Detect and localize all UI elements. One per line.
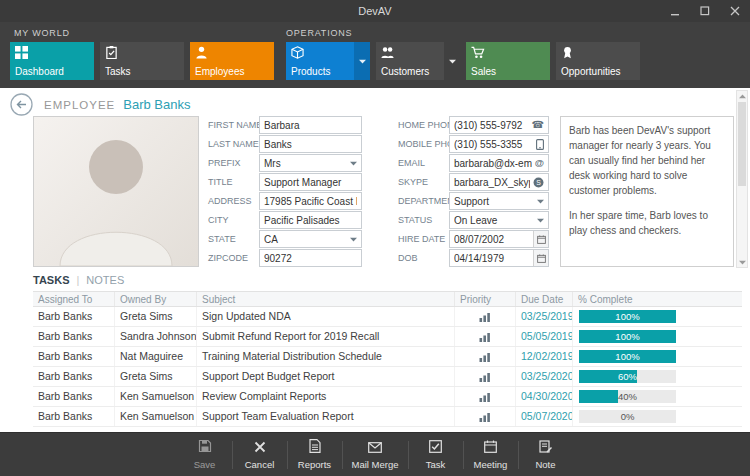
tile-products[interactable]: Products xyxy=(286,42,370,80)
table-row[interactable]: Barb Banks Nat Maguiree Training Materia… xyxy=(33,347,742,367)
email-field[interactable]: @ xyxy=(449,154,549,172)
save-button[interactable]: Save xyxy=(178,433,232,476)
chevron-down-icon[interactable] xyxy=(350,237,357,242)
tile-opportunities[interactable]: Opportunities xyxy=(556,42,640,80)
column-header-subject[interactable]: Subject xyxy=(197,292,455,306)
table-row[interactable]: Barb Banks Greta Sims Sign Updated NDA 0… xyxy=(33,307,742,327)
table-row[interactable]: Barb Banks Ken Samuelson Review Complain… xyxy=(33,387,742,407)
column-header-assigned-to[interactable]: Assigned To xyxy=(33,292,115,306)
note-button[interactable]: Note xyxy=(519,433,573,476)
prefix-input[interactable] xyxy=(264,155,348,171)
scroll-down-icon[interactable] xyxy=(737,257,747,267)
products-dropdown-button[interactable] xyxy=(354,42,370,80)
tile-dashboard[interactable]: Dashboard xyxy=(10,42,94,80)
vertical-scrollbar[interactable] xyxy=(736,90,748,268)
home-phone-input[interactable] xyxy=(454,117,529,133)
chevron-down-icon[interactable] xyxy=(537,199,544,204)
address-input[interactable] xyxy=(264,193,357,209)
cell-subject: Support Dept Budget Report xyxy=(197,367,455,386)
hire-date-input[interactable] xyxy=(454,231,530,247)
task-button[interactable]: Task xyxy=(409,433,463,476)
table-row[interactable]: Barb Banks Sandra Johnson Submit Refund … xyxy=(33,327,742,347)
footer-toolbar: Save Cancel Reports Mail Merge Task xyxy=(0,432,750,476)
table-row[interactable]: Barb Banks Greta Sims Support Dept Budge… xyxy=(33,367,742,387)
progress-bar: 100% xyxy=(579,330,676,343)
section-label: EMPLOYEE xyxy=(44,99,115,111)
scrollbar-thumb[interactable] xyxy=(738,102,746,186)
hire-date-field[interactable] xyxy=(449,230,549,248)
last-name-field[interactable] xyxy=(259,135,362,153)
tasks-icon xyxy=(105,46,118,59)
customers-dropdown-button[interactable] xyxy=(444,42,460,80)
cell-due-date: 03/25/2019 xyxy=(516,307,573,326)
group-label-my-world: MY WORLD xyxy=(14,28,70,38)
department-input[interactable] xyxy=(454,193,535,209)
close-button[interactable] xyxy=(720,0,750,22)
field-label-zipcode: ZIPCODE xyxy=(208,249,248,267)
tasks-table: Assigned To Owned By Subject Priority Du… xyxy=(33,291,742,427)
skype-icon: S xyxy=(533,177,544,188)
cell-percent-complete: 0% xyxy=(573,407,742,426)
column-header-due-date[interactable]: Due Date xyxy=(516,292,573,306)
status-field[interactable] xyxy=(449,211,549,229)
zipcode-input[interactable] xyxy=(264,250,357,266)
city-field[interactable] xyxy=(259,211,362,229)
column-header-owned-by[interactable]: Owned By xyxy=(115,292,197,306)
state-field[interactable] xyxy=(259,230,362,248)
tile-tasks[interactable]: Tasks xyxy=(100,42,184,80)
field-label-state: STATE xyxy=(208,230,236,248)
tile-customers[interactable]: Customers xyxy=(376,42,460,80)
mail-merge-button[interactable]: Mail Merge xyxy=(343,433,408,476)
first-name-field[interactable] xyxy=(259,116,362,134)
table-row[interactable]: Barb Banks Ken Samuelson Support Team Ev… xyxy=(33,407,742,427)
field-label-address: ADDRESS xyxy=(208,192,252,210)
tile-label: Sales xyxy=(471,66,496,77)
tab-tasks[interactable]: TASKS xyxy=(33,274,69,286)
tile-sales[interactable]: Sales xyxy=(466,42,550,80)
products-icon xyxy=(291,46,304,59)
home-phone-field[interactable]: ☎ xyxy=(449,116,549,134)
mobile-phone-input[interactable] xyxy=(454,136,533,152)
mobile-phone-field[interactable] xyxy=(449,135,549,153)
dob-picker-button[interactable] xyxy=(533,250,548,266)
notes-paragraph: Barb has been DevAV's support manager fo… xyxy=(569,123,725,198)
tile-employees[interactable]: Employees xyxy=(190,42,274,80)
skype-field[interactable]: S xyxy=(449,173,549,191)
minimize-button[interactable] xyxy=(660,0,690,22)
hire-date-picker-button[interactable] xyxy=(533,231,548,247)
address-field[interactable] xyxy=(259,192,362,210)
column-header-priority[interactable]: Priority xyxy=(455,292,516,306)
skype-input[interactable] xyxy=(454,174,530,190)
maximize-button[interactable] xyxy=(690,0,720,22)
first-name-input[interactable] xyxy=(264,117,357,133)
employee-notes-panel[interactable]: Barb has been DevAV's support manager fo… xyxy=(560,116,734,267)
column-header-percent-complete[interactable]: % Complete xyxy=(573,292,742,306)
chevron-down-icon[interactable] xyxy=(350,161,357,166)
prefix-field[interactable] xyxy=(259,154,362,172)
last-name-input[interactable] xyxy=(264,136,357,152)
title-input[interactable] xyxy=(264,174,357,190)
dob-field[interactable] xyxy=(449,249,549,267)
title-field[interactable] xyxy=(259,173,362,191)
priority-bars-icon xyxy=(455,327,516,346)
department-field[interactable] xyxy=(449,192,549,210)
cancel-button[interactable]: Cancel xyxy=(233,433,287,476)
field-label-skype: SKYPE xyxy=(398,173,428,191)
city-input[interactable] xyxy=(264,212,357,228)
field-label-first-name: FIRST NAME xyxy=(208,116,262,134)
status-input[interactable] xyxy=(454,212,535,228)
detail-title: EMPLOYEE Barb Banks xyxy=(44,97,190,112)
field-label-email: EMAIL xyxy=(398,154,425,172)
zipcode-field[interactable] xyxy=(259,249,362,267)
email-input[interactable] xyxy=(454,155,532,171)
meeting-button[interactable]: Meeting xyxy=(464,433,518,476)
scroll-up-icon[interactable] xyxy=(737,91,747,101)
chevron-down-icon[interactable] xyxy=(537,218,544,223)
back-button[interactable] xyxy=(10,93,33,116)
dob-input[interactable] xyxy=(454,250,530,266)
minimize-icon xyxy=(671,7,680,16)
reports-button[interactable]: Reports xyxy=(288,433,342,476)
maximize-icon xyxy=(700,6,710,16)
tab-notes[interactable]: NOTES xyxy=(86,274,124,286)
state-input[interactable] xyxy=(264,231,348,247)
